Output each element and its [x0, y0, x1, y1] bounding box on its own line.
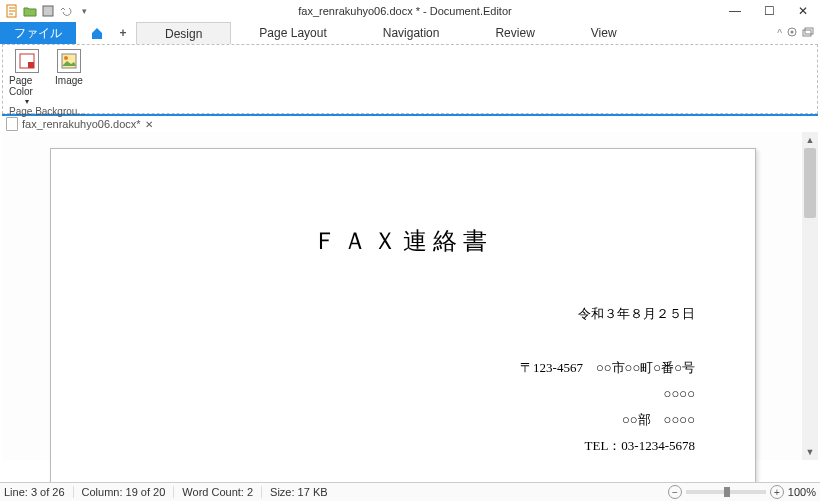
tab-navigation[interactable]: Navigation: [355, 22, 468, 44]
doc-address-line3: ○○部 ○○○○: [111, 407, 695, 433]
zoom-slider-thumb[interactable]: [724, 487, 730, 497]
zoom-controls: − + 100%: [668, 485, 816, 499]
svg-rect-5: [805, 28, 813, 34]
page-color-dropdown-icon: ▾: [25, 97, 29, 106]
doc-address-line2: ○○○○: [111, 381, 695, 407]
maximize-button[interactable]: ☐: [752, 0, 786, 22]
svg-rect-7: [28, 62, 34, 68]
document-tab-strip: fax_renrakuhyo06.docx* ✕: [2, 114, 818, 132]
add-tab-button[interactable]: +: [110, 22, 136, 44]
document-tab[interactable]: fax_renrakuhyo06.docx* ✕: [6, 117, 153, 131]
layers-icon[interactable]: [802, 26, 814, 40]
menu-strip: ファイル + Design Page Layout Navigation Rev…: [0, 22, 820, 44]
zoom-in-button[interactable]: +: [770, 485, 784, 499]
minimize-button[interactable]: —: [718, 0, 752, 22]
page-color-button[interactable]: Page Color ▾: [9, 49, 45, 106]
scrollbar-thumb[interactable]: [804, 148, 816, 218]
save-icon[interactable]: [40, 3, 56, 19]
document-tab-close-icon[interactable]: ✕: [145, 119, 153, 130]
svg-rect-1: [43, 6, 53, 16]
ribbon-group-label: Page Backgrou...: [9, 106, 86, 117]
status-line: Line: 3 of 26: [4, 486, 74, 498]
ribbon-collapse-area: ^: [777, 22, 820, 44]
scroll-down-icon[interactable]: ▼: [802, 444, 818, 460]
page-color-icon: [15, 49, 39, 73]
qa-dropdown-icon[interactable]: ▾: [76, 3, 92, 19]
image-label: Image: [55, 75, 83, 86]
new-doc-icon[interactable]: [4, 3, 20, 19]
tab-review[interactable]: Review: [467, 22, 562, 44]
page-color-label: Page Color: [9, 75, 45, 97]
undo-icon[interactable]: [58, 3, 74, 19]
doc-address-line1: 〒123-4567 ○○市○○町○番○号: [111, 355, 695, 381]
file-menu[interactable]: ファイル: [0, 22, 76, 44]
doc-date: 令和３年８月２５日: [111, 301, 695, 327]
doc-heading: ＦＡＸ連絡書: [111, 225, 695, 257]
title-bar: ▾ fax_renrakuhyo06.docx * - Document.Edi…: [0, 0, 820, 22]
collapse-ribbon-icon[interactable]: ^: [777, 28, 782, 39]
open-folder-icon[interactable]: [22, 3, 38, 19]
scrollbar-track[interactable]: [802, 148, 818, 444]
tab-design[interactable]: Design: [136, 22, 231, 44]
zoom-level: 100%: [788, 486, 816, 498]
home-icon[interactable]: [84, 22, 110, 44]
document-icon: [6, 117, 18, 131]
zoom-slider[interactable]: [686, 490, 766, 494]
window-controls: — ☐ ✕: [718, 0, 820, 22]
window-title: fax_renrakuhyo06.docx * - Document.Edito…: [92, 5, 718, 17]
image-button[interactable]: Image: [51, 49, 87, 106]
document-workarea: ＦＡＸ連絡書 令和３年８月２５日 〒123-4567 ○○市○○町○番○号 ○○…: [2, 132, 818, 460]
tab-page-layout[interactable]: Page Layout: [231, 22, 354, 44]
status-size: Size: 17 KB: [270, 486, 327, 498]
ribbon-group-background: Page Color ▾ Image Page Backgrou...: [9, 49, 87, 111]
doc-tel: TEL：03-1234-5678: [111, 433, 695, 459]
zoom-out-button[interactable]: −: [668, 485, 682, 499]
svg-rect-4: [803, 30, 811, 36]
document-page[interactable]: ＦＡＸ連絡書 令和３年８月２５日 〒123-4567 ○○市○○町○番○号 ○○…: [50, 148, 756, 501]
status-bar: Line: 3 of 26 Column: 19 of 20 Word Coun…: [0, 482, 820, 501]
svg-point-9: [64, 56, 68, 60]
status-wordcount: Word Count: 2: [182, 486, 262, 498]
status-column: Column: 19 of 20: [82, 486, 175, 498]
document-tab-label: fax_renrakuhyo06.docx*: [22, 118, 141, 130]
ribbon: Page Color ▾ Image Page Backgrou...: [2, 44, 818, 114]
tab-view[interactable]: View: [563, 22, 645, 44]
scroll-up-icon[interactable]: ▲: [802, 132, 818, 148]
svg-point-3: [791, 31, 794, 34]
close-button[interactable]: ✕: [786, 0, 820, 22]
options-gear-icon[interactable]: [786, 26, 798, 40]
quick-access-toolbar: ▾: [0, 3, 92, 19]
image-icon: [57, 49, 81, 73]
vertical-scrollbar[interactable]: ▲ ▼: [802, 132, 818, 460]
